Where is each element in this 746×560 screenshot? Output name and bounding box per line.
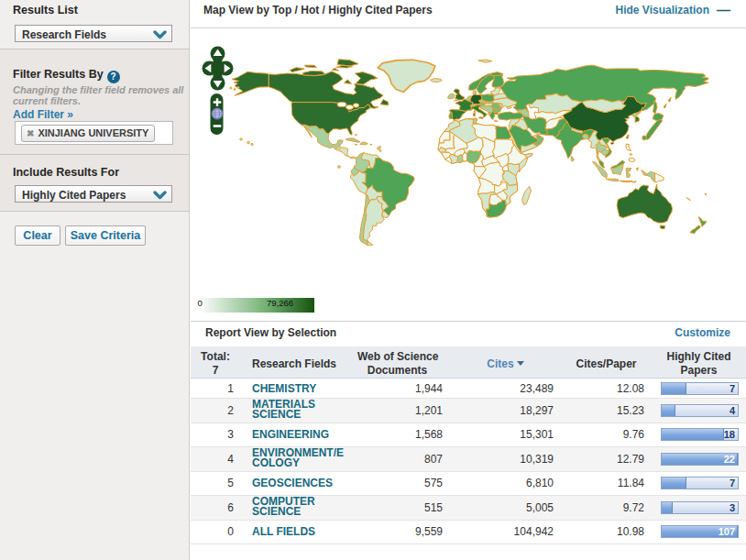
svg-text:79,266: 79,266 bbox=[267, 298, 293, 308]
svg-text:0: 0 bbox=[198, 298, 203, 308]
